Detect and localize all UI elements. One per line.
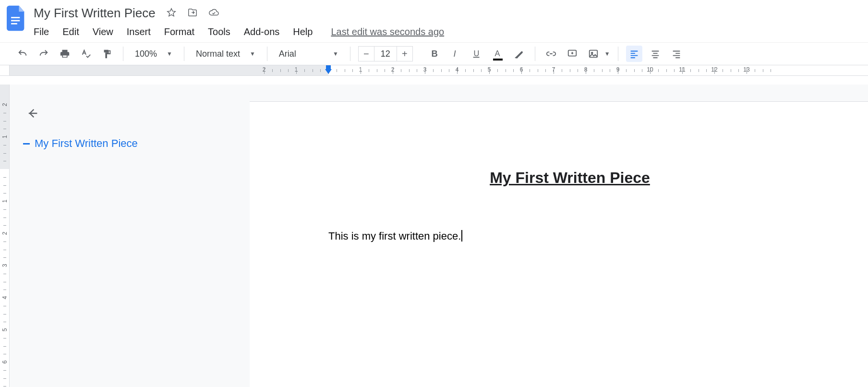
highlight-color-button[interactable] xyxy=(511,46,527,62)
svg-rect-7 xyxy=(473,57,480,58)
align-right-button[interactable] xyxy=(668,46,685,62)
svg-rect-3 xyxy=(62,55,67,58)
align-left-button[interactable] xyxy=(626,46,642,62)
outline-item-label: My First Written Piece xyxy=(35,137,138,150)
font-family-dropdown[interactable]: Arial ▼ xyxy=(275,49,342,59)
cloud-status-icon[interactable] xyxy=(208,7,219,20)
toolbar-container: 100% ▼ Normal text ▼ Arial ▼ − 12 + B I … xyxy=(0,42,868,65)
paragraph-text: This is my first written piece. xyxy=(328,230,461,242)
decrease-font-size-button[interactable]: − xyxy=(359,47,374,61)
page-canvas[interactable]: My First Written Piece This is my first … xyxy=(250,85,868,387)
font-size-control: − 12 + xyxy=(358,46,413,61)
horizontal-ruler-container: 2112345678910111213 xyxy=(0,65,868,76)
outline-back-button[interactable] xyxy=(23,104,42,123)
svg-rect-2 xyxy=(11,23,17,24)
menu-tools[interactable]: Tools xyxy=(208,26,230,37)
text-cursor xyxy=(461,230,462,242)
menu-add-ons[interactable]: Add-ons xyxy=(244,26,280,37)
toolbar-separator xyxy=(184,47,184,61)
toolbar-separator xyxy=(618,47,618,61)
outline-pane: My First Written Piece xyxy=(10,85,250,387)
chevron-down-icon: ▼ xyxy=(333,50,338,57)
outline-item[interactable]: My First Written Piece xyxy=(23,137,238,150)
svg-text:U: U xyxy=(473,49,479,58)
paragraph-style-value: Normal text xyxy=(196,49,240,59)
svg-point-11 xyxy=(591,52,593,54)
document-title[interactable]: My First Written Piece xyxy=(33,5,157,22)
menu-format[interactable]: Format xyxy=(164,26,194,37)
menu-insert[interactable]: Insert xyxy=(127,26,151,37)
document-heading[interactable]: My First Written Piece xyxy=(328,169,811,187)
move-to-folder-icon[interactable] xyxy=(187,7,198,20)
align-center-button[interactable] xyxy=(647,46,663,62)
last-edit-link[interactable]: Last edit was seconds ago xyxy=(331,26,444,37)
horizontal-ruler[interactable]: 2112345678910111213 xyxy=(10,65,868,75)
font-size-input[interactable]: 12 xyxy=(374,47,397,61)
insert-image-button[interactable] xyxy=(585,46,602,62)
chevron-down-icon: ▼ xyxy=(250,50,255,57)
svg-text:B: B xyxy=(431,48,437,59)
app-header: My First Written Piece File Edit View In… xyxy=(0,0,868,42)
menu-bar: File Edit View Insert Format Tools Add-o… xyxy=(33,22,445,42)
chevron-down-icon: ▼ xyxy=(167,50,172,57)
menu-help[interactable]: Help xyxy=(293,26,313,37)
insert-comment-button[interactable] xyxy=(564,46,580,62)
underline-button[interactable]: U xyxy=(469,46,485,62)
toolbar-separator xyxy=(350,47,350,61)
svg-rect-0 xyxy=(11,17,20,18)
insert-link-button[interactable] xyxy=(543,46,559,62)
svg-text:I: I xyxy=(453,48,456,59)
document-page[interactable]: My First Written Piece This is my first … xyxy=(250,102,868,387)
svg-text:A: A xyxy=(494,49,500,58)
outline-marker-icon xyxy=(23,143,30,145)
print-button[interactable] xyxy=(57,46,73,62)
menu-view[interactable]: View xyxy=(93,26,113,37)
bold-button[interactable]: B xyxy=(426,46,443,62)
italic-button[interactable]: I xyxy=(447,46,464,62)
vertical-ruler[interactable]: 2112345678 xyxy=(0,85,10,387)
font-family-value: Arial xyxy=(279,49,296,59)
text-color-swatch xyxy=(493,59,503,60)
increase-font-size-button[interactable]: + xyxy=(397,47,412,61)
undo-button[interactable] xyxy=(14,46,31,62)
docs-app-icon[interactable] xyxy=(6,4,27,33)
redo-button[interactable] xyxy=(36,46,52,62)
spellcheck-button[interactable] xyxy=(78,46,94,62)
toolbar-separator xyxy=(535,47,535,61)
zoom-value: 100% xyxy=(135,49,157,59)
paragraph-style-dropdown[interactable]: Normal text ▼ xyxy=(192,49,259,59)
toolbar-separator xyxy=(123,47,123,61)
menu-edit[interactable]: Edit xyxy=(62,26,79,37)
svg-rect-1 xyxy=(11,20,20,22)
document-paragraph[interactable]: This is my first written piece. xyxy=(328,230,811,242)
workspace: 2112345678 My First Written Piece My Fir… xyxy=(0,85,868,387)
toolbar-separator xyxy=(267,47,267,61)
toolbar: 100% ▼ Normal text ▼ Arial ▼ − 12 + B I … xyxy=(0,42,868,65)
text-color-button[interactable]: A xyxy=(490,46,506,62)
title-area: My First Written Piece File Edit View In… xyxy=(33,4,445,42)
star-icon[interactable] xyxy=(166,7,177,20)
chevron-down-icon[interactable]: ▼ xyxy=(604,50,610,57)
menu-file[interactable]: File xyxy=(34,26,49,37)
zoom-dropdown[interactable]: 100% ▼ xyxy=(131,49,176,59)
paint-format-button[interactable] xyxy=(99,46,115,62)
